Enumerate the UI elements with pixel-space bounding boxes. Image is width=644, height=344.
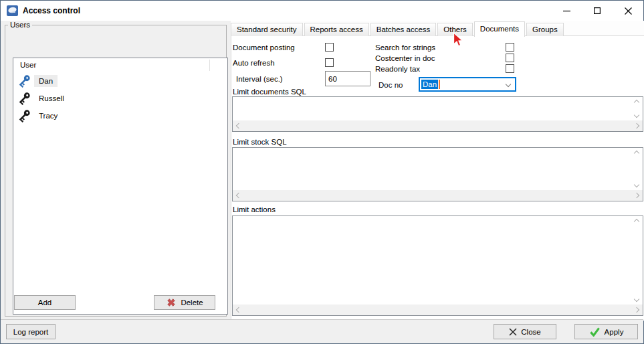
user-row-dan[interactable]: Dan: [13, 72, 227, 90]
close-button[interactable]: [613, 1, 643, 21]
scroll-left-icon[interactable]: [236, 193, 241, 198]
auto-refresh-checkbox[interactable]: [325, 58, 334, 67]
key-icon: [16, 73, 32, 89]
apply-check-icon: [589, 327, 601, 337]
readonly-tax-checkbox[interactable]: [506, 64, 514, 73]
document-posting-checkbox[interactable]: [325, 43, 334, 52]
tab-documents[interactable]: Documents: [474, 21, 525, 37]
user-name: Russell: [34, 92, 69, 104]
log-report-button[interactable]: Log report: [6, 324, 56, 339]
vertical-scrollbar[interactable]: [632, 148, 643, 190]
scroll-down-icon[interactable]: [634, 112, 639, 118]
key-icon: [16, 90, 32, 106]
tab-standard-security[interactable]: Standard security: [231, 23, 303, 36]
costcenter-in-doc-label: Costcenter in doc: [375, 54, 435, 62]
delete-button[interactable]: Delete: [154, 295, 215, 310]
limit-actions-textarea[interactable]: [232, 216, 643, 316]
minimize-button[interactable]: [551, 1, 582, 21]
doc-no-selected-text: Dan: [421, 80, 438, 89]
users-group-label: Users: [8, 21, 32, 29]
scroll-down-icon[interactable]: [634, 296, 639, 302]
maximize-button[interactable]: [582, 1, 613, 21]
column-divider[interactable]: [209, 60, 210, 71]
tab-groups[interactable]: Groups: [526, 23, 564, 36]
close-icon: [625, 7, 632, 15]
scroll-left-icon[interactable]: [236, 123, 241, 128]
scroll-down-icon[interactable]: [634, 182, 639, 187]
scroll-up-icon[interactable]: [634, 151, 639, 156]
scroll-left-icon[interactable]: [236, 307, 241, 313]
text-caret: [439, 80, 440, 89]
document-posting-label: Document posting: [233, 44, 295, 52]
tab-others[interactable]: Others: [437, 23, 473, 36]
tab-reports-access[interactable]: Reports access: [304, 23, 369, 36]
delete-x-icon: [166, 297, 177, 308]
footer-bar: Log report Close Apply: [1, 319, 643, 343]
close-x-icon: [509, 328, 517, 336]
horizontal-scrollbar[interactable]: [233, 305, 643, 315]
close-dialog-button[interactable]: Close: [494, 324, 556, 339]
user-name: Tracy: [34, 110, 62, 122]
interval-input[interactable]: [325, 71, 370, 86]
apply-button[interactable]: Apply: [574, 324, 638, 339]
limit-documents-sql-label: Limit documents SQL: [233, 88, 306, 96]
vertical-scrollbar[interactable]: [632, 97, 643, 120]
users-groupbox: User Dan: [5, 25, 227, 317]
limit-stock-sql-label: Limit stock SQL: [233, 138, 287, 146]
user-name: Dan: [34, 75, 58, 87]
vertical-scrollbar[interactable]: [632, 216, 643, 305]
users-list[interactable]: User Dan: [13, 58, 228, 315]
readonly-tax-label: Readonly tax: [375, 65, 420, 73]
window-title: Access control: [23, 6, 80, 15]
access-control-window: Access control Users User: [0, 0, 644, 344]
scroll-up-icon[interactable]: [634, 219, 639, 224]
scroll-right-icon[interactable]: [634, 193, 639, 198]
doc-no-label: Doc no: [379, 81, 403, 89]
minimize-icon: [563, 7, 570, 15]
interval-label: Interval (sec.): [236, 75, 283, 83]
key-icon: [16, 108, 32, 124]
tabstrip: Standard security Reports access Batches…: [231, 21, 565, 36]
scroll-right-icon[interactable]: [634, 307, 639, 313]
auto-refresh-label: Auto refresh: [233, 59, 275, 67]
user-row-tracy[interactable]: Tracy: [13, 107, 227, 124]
limit-actions-label: Limit actions: [233, 205, 276, 213]
user-column-header[interactable]: User: [13, 58, 227, 72]
scroll-right-icon[interactable]: [634, 123, 639, 128]
horizontal-scrollbar[interactable]: [233, 120, 643, 131]
app-icon: [7, 5, 19, 17]
limit-stock-sql-textarea[interactable]: [232, 147, 643, 201]
search-for-strings-checkbox[interactable]: [506, 43, 514, 52]
tab-batches-access[interactable]: Batches access: [370, 23, 437, 36]
user-row-russell[interactable]: Russell: [13, 90, 227, 107]
titlebar: Access control: [1, 1, 643, 21]
limit-documents-sql-textarea[interactable]: [232, 96, 643, 132]
search-for-strings-label: Search for strings: [375, 44, 435, 52]
chevron-down-icon[interactable]: [506, 82, 511, 87]
costcenter-in-doc-checkbox[interactable]: [506, 54, 514, 62]
doc-no-combobox[interactable]: Dan: [419, 77, 516, 92]
scroll-up-icon[interactable]: [634, 100, 639, 105]
maximize-icon: [594, 7, 601, 14]
horizontal-scrollbar[interactable]: [233, 190, 643, 201]
add-button[interactable]: Add: [14, 295, 76, 310]
